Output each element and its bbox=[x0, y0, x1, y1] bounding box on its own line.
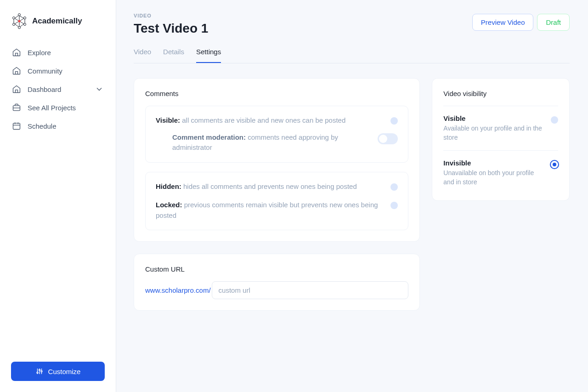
custom-url-title: Custom URL bbox=[145, 265, 408, 273]
comments-title: Comments bbox=[145, 90, 408, 97]
visibility-invisible-title: Invisible bbox=[443, 159, 544, 167]
logo-icon bbox=[11, 13, 28, 29]
draft-button[interactable]: Draft bbox=[537, 14, 570, 31]
visibility-visible-radio[interactable] bbox=[551, 116, 558, 124]
svg-point-2 bbox=[24, 23, 26, 26]
comments-visible-text: Visible: all comments are visible and ne… bbox=[156, 115, 384, 126]
svg-point-10 bbox=[39, 369, 40, 371]
comments-hidden-text: Hidden: hides all comments and prevents … bbox=[156, 182, 384, 192]
page-title: Test Video 1 bbox=[134, 21, 208, 36]
visibility-visible-desc: Available on your profile and in the sto… bbox=[443, 124, 544, 142]
visibility-visible-title: Visible bbox=[443, 114, 544, 122]
nav-community[interactable]: Community bbox=[6, 62, 110, 80]
svg-point-5 bbox=[13, 17, 15, 19]
svg-point-0 bbox=[18, 14, 21, 16]
comments-visible-group: Visible: all comments are visible and ne… bbox=[145, 106, 408, 163]
visibility-invisible-radio[interactable] bbox=[551, 161, 558, 168]
comments-hidden-radio[interactable] bbox=[390, 183, 398, 191]
nav-projects[interactable]: See All Projects bbox=[6, 98, 110, 117]
comments-visible-radio[interactable] bbox=[390, 117, 398, 125]
home-icon bbox=[12, 85, 21, 94]
nav-schedule[interactable]: Schedule bbox=[6, 117, 110, 135]
brand-name: Academically bbox=[32, 17, 82, 26]
primary-nav: Explore Community Dashboard See All Proj… bbox=[0, 41, 116, 362]
main-content: VIDEO Test Video 1 Preview Video Draft V… bbox=[116, 0, 588, 392]
svg-point-9 bbox=[37, 372, 38, 374]
nav-label: Schedule bbox=[28, 122, 57, 130]
url-prefix: www.scholarpro.com/ bbox=[145, 286, 212, 294]
visibility-card: Video visibility Visible Available on yo… bbox=[432, 78, 570, 201]
breadcrumb: VIDEO bbox=[134, 13, 208, 18]
nav-label: Dashboard bbox=[28, 85, 61, 93]
nav-label: Community bbox=[28, 67, 62, 75]
nav-label: See All Projects bbox=[28, 104, 76, 112]
custom-url-input[interactable] bbox=[212, 281, 409, 299]
comments-locked-text: Locked: previous comments remain visible… bbox=[156, 200, 384, 221]
home-icon bbox=[12, 48, 21, 57]
svg-rect-8 bbox=[13, 123, 20, 129]
briefcase-icon bbox=[12, 103, 21, 112]
svg-point-4 bbox=[13, 23, 15, 26]
comments-locked-radio[interactable] bbox=[390, 202, 398, 209]
svg-point-11 bbox=[41, 371, 42, 372]
visibility-title: Video visibility bbox=[443, 90, 558, 106]
nav-explore[interactable]: Explore bbox=[6, 43, 110, 62]
tab-settings[interactable]: Settings bbox=[196, 48, 221, 63]
comments-other-group: Hidden: hides all comments and prevents … bbox=[145, 172, 408, 231]
nav-dashboard[interactable]: Dashboard bbox=[6, 80, 110, 98]
svg-point-6 bbox=[18, 20, 21, 23]
home-icon bbox=[12, 66, 21, 75]
customize-button[interactable]: Customize bbox=[11, 362, 105, 381]
svg-point-1 bbox=[24, 17, 26, 19]
comments-moderation-text: Comment moderation: comments need approv… bbox=[172, 132, 371, 153]
comments-card: Comments Visible: all comments are visib… bbox=[134, 78, 420, 242]
brand-logo[interactable]: Academically bbox=[0, 13, 116, 41]
sliders-icon bbox=[35, 367, 44, 375]
sidebar: Academically Explore Community Dashboard… bbox=[0, 0, 116, 392]
nav-label: Explore bbox=[28, 49, 51, 57]
svg-point-3 bbox=[18, 27, 21, 29]
visibility-invisible-desc: Unavailable on both your profile and in … bbox=[443, 169, 544, 187]
calendar-icon bbox=[12, 121, 21, 131]
comments-moderation-toggle[interactable] bbox=[378, 133, 398, 144]
tab-details[interactable]: Details bbox=[163, 48, 184, 63]
custom-url-card: Custom URL www.scholarpro.com/ bbox=[134, 254, 420, 311]
tabs: Video Details Settings bbox=[134, 48, 570, 63]
tab-video[interactable]: Video bbox=[134, 48, 151, 63]
preview-video-button[interactable]: Preview Video bbox=[472, 14, 534, 31]
chevron-down-icon bbox=[95, 85, 104, 94]
customize-label: Customize bbox=[48, 368, 81, 375]
